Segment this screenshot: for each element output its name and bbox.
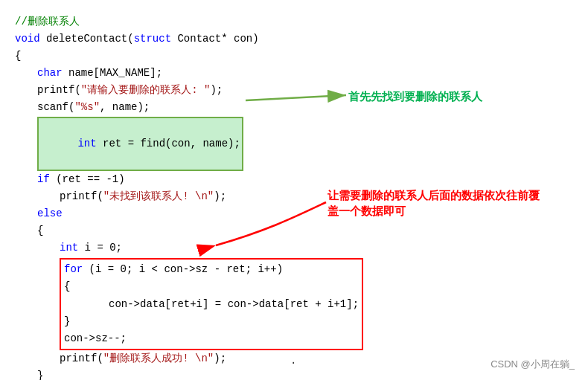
func-decl-line: void deleteContact(struct Contact* con) [15,30,573,48]
red-annotation: 让需要删除的联系人后面的数据依次往前覆 盖一个数据即可 [327,187,540,219]
data-assign-line: con->data[ret+i] = con->data[ret + i+1]; [64,296,359,313]
for-brace-close: } [64,313,359,330]
int-ret-line: int ret = find(con, name); [15,117,573,171]
code-area: //删除联系人 void deleteContact(struct Contac… [0,0,588,380]
dot: . [290,355,296,367]
red-highlight: for (i = 0; i < con->sz - ret; i++) { co… [60,258,363,350]
char-line: char name[MAX_NAME]; [15,65,573,82]
green-annotation: 首先先找到要删除的联系人 [348,88,482,106]
if-line: if (ret == -1) [15,171,573,188]
brace-close2: } [15,367,573,380]
comment-line: //删除联系人 [15,13,573,30]
scanf-line: scanf("%s", name); [15,99,573,116]
printf1-line: printf("请输入要删除的联系人: "); [15,82,573,99]
int-i-line: int i = 0; [15,239,573,257]
brace-open1: { [15,48,573,65]
sz-dec-line: con->sz--; [64,330,359,347]
for-brace-open: { [64,278,359,295]
for-line: for (i = 0; i < con->sz - ret; i++) [64,261,359,278]
green-highlight: int ret = find(con, name); [37,117,243,171]
brace-open2: { [15,222,573,239]
footer: CSDN @小周在躺_ [490,358,575,371]
